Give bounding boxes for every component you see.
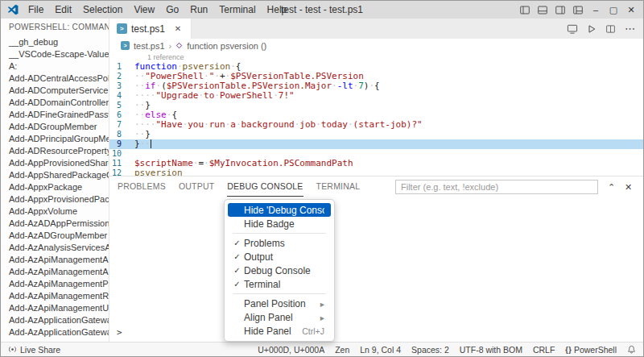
- command-item[interactable]: Add-ADCentralAccessPolic...: [1, 73, 109, 85]
- menu-item-problems[interactable]: ✓Problems: [228, 236, 331, 250]
- code-line-4[interactable]: 4····"Upgrade·to·PowerShell·7!": [109, 91, 643, 101]
- menu-run[interactable]: Run: [184, 1, 213, 19]
- status-label: PowerShell: [574, 345, 617, 355]
- status-label: U+000D, U+000A: [258, 345, 324, 355]
- status-spaces-2[interactable]: Spaces: 2: [411, 345, 449, 355]
- command-item[interactable]: Add-AzApiManagementU...: [1, 302, 109, 314]
- maximize-panel-icon[interactable]: ⌃: [605, 181, 618, 194]
- command-item[interactable]: Add-AzApiManagementPr...: [1, 278, 109, 290]
- command-item[interactable]: Add-AppSharedPackageC...: [1, 169, 109, 181]
- status-label: UTF-8 with BOM: [460, 345, 522, 355]
- command-item[interactable]: Add-AzApiManagementR...: [1, 290, 109, 302]
- command-item[interactable]: Add-AppxPackage: [1, 181, 109, 193]
- status-utf-8-with-bom[interactable]: UTF-8 with BOM: [460, 345, 522, 355]
- status-ln-9-col-4[interactable]: Ln 9, Col 4: [360, 345, 401, 355]
- command-item[interactable]: Add-ADDomainController...: [1, 97, 109, 109]
- toggle-sidebar-icon[interactable]: [516, 1, 534, 19]
- menu-item-terminal[interactable]: ✓Terminal: [228, 277, 331, 291]
- debug-console-prompt[interactable]: >: [117, 327, 122, 338]
- status-zen[interactable]: Zen: [335, 345, 349, 355]
- panel-tab-terminal[interactable]: TERMINAL: [316, 177, 361, 197]
- open-preview-icon[interactable]: [567, 24, 578, 34]
- menu-item-label: Align Panel: [244, 312, 314, 323]
- menu-help[interactable]: Help: [262, 1, 293, 19]
- split-editor-icon[interactable]: [605, 24, 616, 34]
- more-actions-icon[interactable]: ⋯: [625, 25, 635, 33]
- menu-item-hide-debug-console[interactable]: Hide 'Debug Console': [228, 203, 331, 217]
- menu-view[interactable]: View: [128, 1, 160, 19]
- status-live-share[interactable]: Live Share: [8, 345, 60, 355]
- menu-edit[interactable]: Edit: [49, 1, 77, 19]
- checkmark-icon: ✓: [230, 280, 244, 289]
- command-item[interactable]: Add-AppxProvisionedPack...: [1, 193, 109, 205]
- status-crlf[interactable]: CRLF: [533, 345, 555, 355]
- run-script-icon[interactable]: [587, 24, 597, 34]
- command-list: __gh_debug__VSCode-Escape-ValueA:Add-ADC…: [1, 36, 109, 342]
- maximize-window-icon[interactable]: ▢: [605, 1, 622, 19]
- panel-tab-output[interactable]: OUTPUT: [179, 177, 214, 197]
- panel-tab-problems[interactable]: PROBLEMS: [118, 177, 166, 197]
- command-item[interactable]: Add-ADPrincipalGroupMe...: [1, 133, 109, 145]
- menu-item-output[interactable]: ✓Output: [228, 250, 331, 264]
- menu-item-label: Debug Console: [244, 265, 324, 276]
- status-label: Zen: [335, 345, 349, 355]
- command-item[interactable]: Add-AppxVolume: [1, 205, 109, 218]
- command-item[interactable]: Add-AzApplicationGatewa...: [1, 314, 109, 326]
- code-line-5[interactable]: 5··}: [109, 101, 643, 110]
- menu-terminal[interactable]: Terminal: [213, 1, 261, 19]
- toggle-panel-icon[interactable]: [534, 1, 551, 19]
- command-item[interactable]: Add-AzApplicationGatewa...: [1, 326, 109, 338]
- command-item[interactable]: Add-ADComputerService...: [1, 85, 109, 97]
- code-line-11[interactable]: 11$scriptName·=·$MyInvocation.PSCommandP…: [109, 159, 643, 168]
- line-content: }··: [134, 139, 643, 149]
- command-item[interactable]: __gh_debug: [1, 36, 109, 48]
- line-content: $scriptName·=·$MyInvocation.PSCommandPat…: [134, 159, 643, 168]
- close-window-icon[interactable]: ✕: [622, 1, 640, 19]
- command-item[interactable]: Add-ADResourceProperty...: [1, 145, 109, 157]
- line-number: 3: [109, 81, 134, 91]
- menu-item-hide-panel[interactable]: Hide PanelCtrl+J: [228, 324, 331, 338]
- tab-test-ps1[interactable]: > test.ps1 ✕: [109, 19, 192, 39]
- code-editor[interactable]: 1 reference 1function·psversion·{2··"Pow…: [109, 52, 643, 176]
- command-item[interactable]: Add-ADFineGrainedPassw...: [1, 109, 109, 121]
- tab-close-icon[interactable]: ✕: [172, 24, 184, 33]
- command-item[interactable]: Add-AzADGroupMember: [1, 230, 109, 242]
- status-u-000d-u-000a[interactable]: U+000D, U+000A: [258, 345, 324, 355]
- command-item[interactable]: Add-AzADAppPermission: [1, 218, 109, 230]
- debug-console-output[interactable]: >: [109, 197, 643, 342]
- menu-item-panel-position[interactable]: Panel Position▸: [228, 297, 331, 310]
- command-item[interactable]: Add-AppProvisionedShare...: [1, 157, 109, 169]
- tab-label: test.ps1: [131, 23, 165, 35]
- command-item[interactable]: __VSCode-Escape-Value: [1, 48, 109, 60]
- close-panel-icon[interactable]: ✕: [621, 181, 635, 194]
- breadcrumb-symbol[interactable]: function psversion (): [187, 41, 266, 51]
- menu-go[interactable]: Go: [160, 1, 184, 19]
- code-line-8[interactable]: 8··}: [109, 130, 643, 139]
- code-line-7[interactable]: 7····"Have·you·run·a·background·job·toda…: [109, 120, 643, 130]
- minimize-window-icon[interactable]: –: [587, 1, 605, 19]
- panel-filter-input[interactable]: [395, 180, 598, 194]
- powershell-file-icon: >: [117, 23, 127, 34]
- breadcrumb-file[interactable]: test.ps1: [134, 41, 165, 51]
- menu-file[interactable]: File: [23, 1, 49, 19]
- menu-item-hide-badge[interactable]: Hide Badge: [228, 217, 331, 230]
- code-line-12[interactable]: 12psversion: [109, 168, 643, 176]
- customize-layout-icon[interactable]: [569, 1, 587, 19]
- status-label: Live Share: [20, 345, 60, 355]
- command-item[interactable]: Add-ADGroupMember: [1, 121, 109, 133]
- menu-item-debug-console[interactable]: ✓Debug Console: [228, 264, 331, 277]
- line-number: 10: [109, 149, 134, 159]
- panel-context-menu: Hide 'Debug Console'Hide Badge✓Problems✓…: [224, 199, 335, 342]
- command-item[interactable]: Add-AzAnalysisServicesA...: [1, 242, 109, 254]
- code-line-9[interactable]: 9}··: [109, 139, 643, 149]
- status-bell[interactable]: [627, 345, 636, 354]
- status-powershell[interactable]: { }PowerShell: [565, 345, 617, 355]
- command-item[interactable]: Add-AzApiManagementA...: [1, 266, 109, 278]
- command-item[interactable]: Add-AzApiManagementA...: [1, 254, 109, 266]
- line-number: 11: [109, 159, 134, 168]
- menu-selection[interactable]: Selection: [77, 1, 128, 19]
- menu-item-align-panel[interactable]: Align Panel▸: [228, 310, 331, 324]
- toggle-secondary-sidebar-icon[interactable]: [551, 1, 569, 19]
- command-item[interactable]: A:: [1, 60, 109, 73]
- panel-tab-debug-console[interactable]: DEBUG CONSOLE: [227, 177, 303, 197]
